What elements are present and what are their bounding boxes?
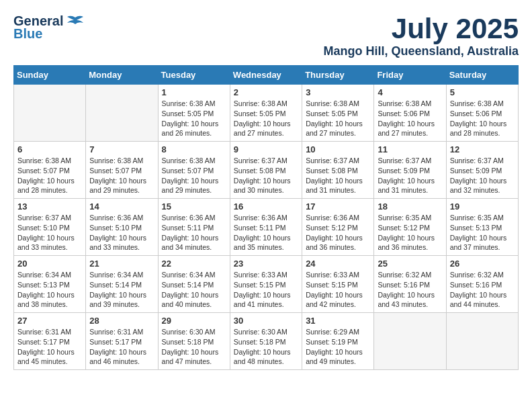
calendar-cell: 20Sunrise: 6:34 AM Sunset: 5:13 PM Dayli… [14, 256, 86, 313]
cell-content: Sunrise: 6:32 AM Sunset: 5:16 PM Dayligh… [450, 270, 515, 310]
cell-content: Sunrise: 6:30 AM Sunset: 5:18 PM Dayligh… [162, 327, 226, 367]
calendar-cell: 12Sunrise: 6:37 AM Sunset: 5:09 PM Dayli… [446, 142, 518, 199]
calendar-cell: 1Sunrise: 6:38 AM Sunset: 5:05 PM Daylig… [158, 85, 230, 142]
calendar-cell: 25Sunrise: 6:32 AM Sunset: 5:16 PM Dayli… [374, 256, 446, 313]
cell-content: Sunrise: 6:34 AM Sunset: 5:13 PM Dayligh… [17, 270, 82, 310]
calendar-cell: 26Sunrise: 6:32 AM Sunset: 5:16 PM Dayli… [446, 256, 518, 313]
day-number: 15 [162, 201, 226, 212]
day-number: 20 [17, 259, 82, 269]
day-number: 13 [17, 201, 82, 212]
day-number: 3 [306, 87, 370, 97]
calendar-cell: 22Sunrise: 6:34 AM Sunset: 5:14 PM Dayli… [158, 256, 230, 313]
day-number: 31 [306, 316, 370, 326]
cell-content: Sunrise: 6:36 AM Sunset: 5:10 PM Dayligh… [89, 213, 154, 253]
day-number: 11 [378, 144, 442, 154]
calendar-cell: 2Sunrise: 6:38 AM Sunset: 5:05 PM Daylig… [230, 85, 302, 142]
calendar-table: Sunday Monday Tuesday Wednesday Thursday… [13, 65, 519, 370]
calendar-cell: 29Sunrise: 6:30 AM Sunset: 5:18 PM Dayli… [158, 313, 230, 370]
day-number: 18 [378, 201, 442, 212]
day-number: 26 [450, 259, 515, 269]
cell-content: Sunrise: 6:29 AM Sunset: 5:19 PM Dayligh… [306, 327, 370, 367]
calendar-cell: 16Sunrise: 6:36 AM Sunset: 5:11 PM Dayli… [230, 199, 302, 256]
calendar-cell: 14Sunrise: 6:36 AM Sunset: 5:10 PM Dayli… [86, 199, 158, 256]
cell-content: Sunrise: 6:36 AM Sunset: 5:12 PM Dayligh… [306, 213, 370, 253]
cell-content: Sunrise: 6:38 AM Sunset: 5:05 PM Dayligh… [306, 99, 370, 138]
day-number: 8 [162, 144, 226, 154]
cell-content: Sunrise: 6:33 AM Sunset: 5:15 PM Dayligh… [234, 270, 298, 310]
cell-content: Sunrise: 6:38 AM Sunset: 5:07 PM Dayligh… [89, 156, 154, 195]
calendar-cell: 30Sunrise: 6:30 AM Sunset: 5:18 PM Dayli… [230, 313, 302, 370]
col-wednesday: Wednesday [230, 66, 302, 85]
cell-content: Sunrise: 6:38 AM Sunset: 5:05 PM Dayligh… [234, 99, 298, 138]
day-number: 19 [450, 201, 515, 212]
cell-content: Sunrise: 6:34 AM Sunset: 5:14 PM Dayligh… [162, 270, 226, 310]
day-number: 6 [17, 144, 82, 154]
calendar-cell: 28Sunrise: 6:31 AM Sunset: 5:17 PM Dayli… [86, 313, 158, 370]
calendar-cell: 23Sunrise: 6:33 AM Sunset: 5:15 PM Dayli… [230, 256, 302, 313]
cell-content: Sunrise: 6:35 AM Sunset: 5:12 PM Dayligh… [378, 213, 442, 253]
calendar-cell: 9Sunrise: 6:37 AM Sunset: 5:08 PM Daylig… [230, 142, 302, 199]
calendar-cell: 11Sunrise: 6:37 AM Sunset: 5:09 PM Dayli… [374, 142, 446, 199]
cell-content: Sunrise: 6:37 AM Sunset: 5:09 PM Dayligh… [378, 156, 442, 195]
col-tuesday: Tuesday [158, 66, 230, 85]
col-friday: Friday [374, 66, 446, 85]
title-area: July 2025 Mango Hill, Queensland, Austra… [324, 13, 519, 58]
cell-content: Sunrise: 6:34 AM Sunset: 5:14 PM Dayligh… [89, 270, 154, 310]
day-number: 21 [89, 259, 154, 269]
day-number: 17 [306, 201, 370, 212]
cell-content: Sunrise: 6:33 AM Sunset: 5:15 PM Dayligh… [306, 270, 370, 310]
calendar-cell: 15Sunrise: 6:36 AM Sunset: 5:11 PM Dayli… [158, 199, 230, 256]
cell-content: Sunrise: 6:36 AM Sunset: 5:11 PM Dayligh… [162, 213, 226, 253]
calendar-cell: 3Sunrise: 6:38 AM Sunset: 5:05 PM Daylig… [302, 85, 374, 142]
cell-content: Sunrise: 6:37 AM Sunset: 5:08 PM Dayligh… [306, 156, 370, 195]
day-number: 30 [234, 316, 298, 326]
calendar-cell: 7Sunrise: 6:38 AM Sunset: 5:07 PM Daylig… [86, 142, 158, 199]
cell-content: Sunrise: 6:37 AM Sunset: 5:08 PM Dayligh… [234, 156, 298, 195]
day-number: 16 [234, 201, 298, 212]
calendar-cell [86, 85, 158, 142]
day-number: 24 [306, 259, 370, 269]
calendar-cell: 10Sunrise: 6:37 AM Sunset: 5:08 PM Dayli… [302, 142, 374, 199]
col-monday: Monday [86, 66, 158, 85]
calendar-cell [14, 85, 86, 142]
day-number: 23 [234, 259, 298, 269]
day-number: 25 [378, 259, 442, 269]
day-number: 10 [306, 144, 370, 154]
calendar-cell [374, 313, 446, 370]
calendar-cell: 18Sunrise: 6:35 AM Sunset: 5:12 PM Dayli… [374, 199, 446, 256]
calendar-cell: 19Sunrise: 6:35 AM Sunset: 5:13 PM Dayli… [446, 199, 518, 256]
month-title: July 2025 [324, 13, 519, 44]
logo-bird-icon [66, 15, 85, 28]
cell-content: Sunrise: 6:38 AM Sunset: 5:06 PM Dayligh… [450, 99, 515, 138]
col-saturday: Saturday [446, 66, 518, 85]
week-row-4: 20Sunrise: 6:34 AM Sunset: 5:13 PM Dayli… [14, 256, 519, 313]
day-number: 1 [162, 87, 226, 97]
calendar-cell: 6Sunrise: 6:38 AM Sunset: 5:07 PM Daylig… [14, 142, 86, 199]
day-number: 9 [234, 144, 298, 154]
logo: General Blue [13, 13, 85, 42]
calendar-cell: 24Sunrise: 6:33 AM Sunset: 5:15 PM Dayli… [302, 256, 374, 313]
cell-content: Sunrise: 6:30 AM Sunset: 5:18 PM Dayligh… [234, 327, 298, 367]
cell-content: Sunrise: 6:38 AM Sunset: 5:06 PM Dayligh… [378, 99, 442, 138]
calendar-cell: 31Sunrise: 6:29 AM Sunset: 5:19 PM Dayli… [302, 313, 374, 370]
day-number: 22 [162, 259, 226, 269]
calendar-cell: 17Sunrise: 6:36 AM Sunset: 5:12 PM Dayli… [302, 199, 374, 256]
calendar-cell: 5Sunrise: 6:38 AM Sunset: 5:06 PM Daylig… [446, 85, 518, 142]
cell-content: Sunrise: 6:38 AM Sunset: 5:07 PM Dayligh… [17, 156, 82, 195]
day-number: 4 [378, 87, 442, 97]
cell-content: Sunrise: 6:35 AM Sunset: 5:13 PM Dayligh… [450, 213, 515, 253]
day-number: 28 [89, 316, 154, 326]
cell-content: Sunrise: 6:38 AM Sunset: 5:05 PM Dayligh… [162, 99, 226, 138]
day-number: 29 [162, 316, 226, 326]
cell-content: Sunrise: 6:32 AM Sunset: 5:16 PM Dayligh… [378, 270, 442, 310]
day-number: 27 [17, 316, 82, 326]
page-header: General Blue July 2025 Mango Hill, Queen… [13, 13, 519, 58]
calendar-cell: 13Sunrise: 6:37 AM Sunset: 5:10 PM Dayli… [14, 199, 86, 256]
cell-content: Sunrise: 6:36 AM Sunset: 5:11 PM Dayligh… [234, 213, 298, 253]
day-number: 14 [89, 201, 154, 212]
calendar-cell: 4Sunrise: 6:38 AM Sunset: 5:06 PM Daylig… [374, 85, 446, 142]
col-sunday: Sunday [14, 66, 86, 85]
cell-content: Sunrise: 6:38 AM Sunset: 5:07 PM Dayligh… [162, 156, 226, 195]
location-title: Mango Hill, Queensland, Australia [324, 44, 519, 58]
cell-content: Sunrise: 6:31 AM Sunset: 5:17 PM Dayligh… [17, 327, 82, 367]
